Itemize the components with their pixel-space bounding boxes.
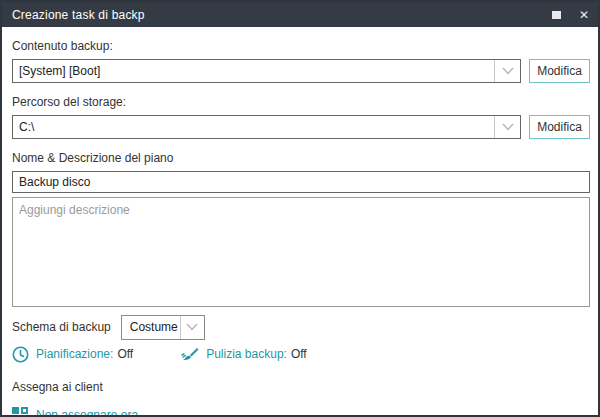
storage-path-edit-button[interactable]: Modifica	[529, 115, 590, 139]
backup-content-row: [System] [Boot] Modifica	[12, 59, 590, 83]
plan-description-textarea[interactable]	[12, 197, 590, 307]
schedule-cleanup-row: Pianificazione: Off Pulizia backup: Off	[12, 342, 590, 366]
storage-path-row: C:\ Modifica	[12, 115, 590, 139]
assign-link[interactable]: Non assegnare ora	[12, 407, 138, 417]
close-icon: ✕	[579, 9, 589, 21]
cleanup-status: Off	[291, 347, 307, 361]
backup-scheme-dropdown-toggle[interactable]	[180, 316, 204, 339]
storage-path-value: C:\	[13, 120, 494, 134]
backup-content-label: Contenuto backup:	[12, 39, 590, 53]
backup-content-edit-button[interactable]: Modifica	[529, 59, 590, 83]
storage-path-label: Percorso del storage:	[12, 95, 590, 109]
backup-scheme-value: Costume	[122, 320, 180, 334]
assign-link-label: Non assegnare ora	[36, 408, 138, 417]
plan-name-input[interactable]	[12, 171, 590, 193]
cleanup-link[interactable]: Pulizia backup: Off	[181, 346, 307, 362]
titlebar: Creazione task di backp ✕	[2, 2, 598, 27]
backup-content-dropdown-toggle[interactable]	[494, 60, 520, 82]
clients-grid-icon	[12, 407, 28, 417]
storage-path-dropdown-toggle[interactable]	[494, 116, 520, 138]
close-button[interactable]: ✕	[570, 2, 598, 27]
chevron-down-icon	[502, 67, 514, 75]
schedule-status: Off	[117, 347, 133, 361]
dialog-content: Contenuto backup: [System] [Boot] Modifi…	[2, 27, 598, 417]
schedule-label: Pianificazione:	[36, 347, 113, 361]
backup-scheme-row: Schema di backup Costume	[12, 314, 590, 340]
window-controls: ✕	[542, 2, 598, 27]
backup-content-value: [System] [Boot]	[13, 64, 494, 78]
chevron-down-icon	[502, 123, 514, 131]
assign-clients-label: Assegna ai client	[12, 380, 590, 394]
backup-content-combobox[interactable]: [System] [Boot]	[12, 59, 521, 83]
backup-task-dialog: Creazione task di backp ✕ Contenuto back…	[0, 0, 600, 417]
maximize-icon	[552, 11, 561, 19]
backup-scheme-label: Schema di backup	[12, 320, 111, 334]
clock-icon	[12, 346, 29, 363]
backup-scheme-select[interactable]: Costume	[121, 315, 205, 340]
cleanup-label: Pulizia backup:	[206, 347, 287, 361]
assign-clients-row: Non assegnare ora	[12, 404, 590, 417]
plan-name-label: Nome & Descrizione del piano	[12, 151, 590, 165]
maximize-button[interactable]	[542, 2, 570, 27]
storage-path-combobox[interactable]: C:\	[12, 115, 521, 139]
schedule-link[interactable]: Pianificazione: Off	[12, 346, 133, 363]
brush-icon	[181, 346, 199, 362]
chevron-down-icon	[186, 323, 198, 331]
window-title: Creazione task di backp	[12, 8, 145, 22]
